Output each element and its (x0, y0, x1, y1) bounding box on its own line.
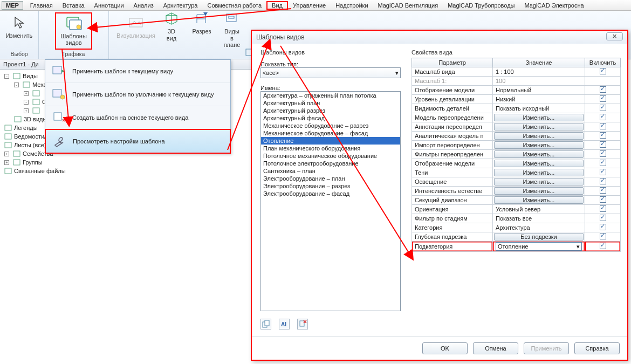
list-item[interactable]: План механического оборудования (261, 145, 400, 152)
menu-item[interactable]: Вид (266, 1, 288, 10)
value-cell[interactable]: Изменить... (493, 159, 585, 168)
list-item[interactable]: Архитектурный план (261, 99, 400, 107)
include-cell[interactable] (585, 86, 621, 95)
list-item[interactable]: Механическое оборудование – разрез (261, 122, 400, 129)
menu-item[interactable]: Надстройки (331, 1, 373, 10)
list-item[interactable]: Архитектура – отраженный план потолка (261, 92, 400, 99)
value-cell[interactable]: Изменить... (493, 196, 585, 205)
ok-button[interactable]: OK (422, 342, 468, 354)
menu-item[interactable]: Главная (25, 1, 58, 10)
list-item[interactable]: Сантехника – план (261, 167, 400, 175)
help-button[interactable]: Справка (574, 342, 620, 354)
include-cell[interactable] (585, 205, 621, 214)
value-cell[interactable]: Показать все (493, 214, 585, 223)
menu-item[interactable]: Вставка (58, 1, 90, 10)
value-cell[interactable]: 100 (493, 77, 585, 86)
list-item[interactable]: Архитектурный фасад (261, 114, 400, 122)
section-button[interactable]: Разрез (189, 9, 215, 36)
view-templates-button[interactable]: Шаблоны видов (55, 12, 92, 50)
menu-item[interactable]: MagiCAD Трубопроводы (443, 1, 519, 10)
param-cell: Масштаб вида (412, 67, 493, 77)
include-cell[interactable] (585, 132, 621, 141)
value-cell[interactable]: Отопление▾ (493, 242, 585, 252)
duplicate-button[interactable] (260, 319, 271, 329)
create-template-item[interactable]: Создать шаблон на основе текущего вида (45, 106, 230, 129)
list-item[interactable]: Потолочное электрооборудование (261, 160, 400, 167)
list-item[interactable]: Электрооборудование – фасад (261, 190, 400, 197)
cancel-button[interactable]: Отмена (473, 342, 518, 354)
svg-point-2 (77, 25, 81, 29)
dialog-titlebar[interactable]: Шаблоны видов ✕ (252, 31, 627, 44)
include-cell[interactable] (585, 141, 621, 150)
value-cell[interactable]: Показать исходный (493, 104, 585, 113)
value-cell[interactable]: Нормальный (493, 86, 585, 95)
menu-bar[interactable]: MEP ГлавнаяВставкаАннотацииАнализАрхитек… (0, 0, 631, 11)
value-cell[interactable]: Архитектура (493, 223, 585, 232)
value-cell[interactable]: Изменить... (493, 141, 585, 150)
apply-template-item[interactable]: Применить шаблон к текущему виду (45, 60, 230, 83)
include-cell[interactable] (585, 150, 621, 159)
list-item[interactable]: Механическое оборудование – фасад (261, 129, 400, 137)
value-cell[interactable]: Изменить... (493, 187, 585, 196)
include-cell[interactable] (585, 196, 621, 205)
tree-node-icon (4, 167, 12, 175)
3d-view-button[interactable]: 3D вид (159, 9, 184, 43)
include-cell[interactable] (585, 77, 621, 86)
include-cell[interactable] (585, 232, 621, 242)
list-item[interactable]: Архитектурный разрез (261, 107, 400, 114)
right-group-label: Свойства вида (411, 49, 621, 56)
rename-button[interactable]: AI (279, 319, 290, 329)
include-cell[interactable] (585, 223, 621, 232)
apply-default-template-item[interactable]: Применить шаблон по умолчанию к текущему… (45, 83, 230, 106)
view-template-settings-item[interactable]: Просмотреть настройки шаблона (45, 129, 231, 154)
menu-item[interactable]: MagiCAD Электросна (520, 1, 589, 10)
include-cell[interactable] (585, 113, 621, 122)
menu-item[interactable]: Управление (288, 1, 331, 10)
include-cell[interactable] (585, 168, 621, 177)
close-button[interactable]: ✕ (606, 32, 623, 40)
plan-label: Виды в плане (222, 28, 242, 49)
param-cell: Интенсивность естестве (412, 187, 493, 196)
menu-item[interactable]: Аннотации (90, 1, 129, 10)
show-type-combo[interactable]: <все> ▾ (260, 67, 401, 78)
view-templates-dropdown[interactable]: Применить шаблон к текущему виду Примени… (45, 59, 231, 154)
include-cell[interactable] (585, 122, 621, 132)
list-item[interactable]: Потолочное механическое оборудование (261, 152, 400, 160)
value-cell[interactable]: Низкий (493, 95, 585, 104)
param-cell: Уровень детализации (412, 95, 493, 104)
menu-mep[interactable]: MEP (2, 1, 23, 10)
param-cell: Освещение (412, 177, 493, 187)
value-cell[interactable]: Условный север (493, 205, 585, 214)
include-cell[interactable] (585, 104, 621, 113)
value-cell[interactable]: Изменить... (493, 177, 585, 187)
tree-item[interactable]: +Группы (2, 158, 251, 167)
tree-node-icon (23, 81, 30, 88)
menu-item[interactable]: Анализ (129, 1, 159, 10)
tree-item[interactable]: Связанные файлы (2, 167, 251, 175)
list-item[interactable]: Электрооборудование – план (261, 175, 400, 182)
modify-button[interactable]: Изменить (3, 13, 36, 40)
include-cell[interactable] (585, 67, 621, 77)
names-listbox[interactable]: Архитектура – отраженный план потолкаАрх… (260, 91, 401, 311)
param-cell: Отображение модели (412, 86, 493, 95)
list-item[interactable]: Отопление (261, 137, 400, 145)
include-cell[interactable] (585, 159, 621, 168)
include-cell[interactable] (585, 214, 621, 223)
include-cell[interactable] (585, 95, 621, 104)
wrench-icon (51, 134, 67, 148)
include-cell[interactable] (585, 242, 621, 252)
value-cell[interactable]: Изменить... (493, 132, 585, 141)
value-cell[interactable]: Изменить... (493, 150, 585, 159)
value-cell[interactable]: Без подрезки (493, 232, 585, 242)
value-cell[interactable]: Изменить... (493, 113, 585, 122)
value-cell[interactable]: 1 : 100 (493, 67, 585, 77)
list-item[interactable]: Электрооборудование – разрез (261, 182, 400, 190)
include-cell[interactable] (585, 177, 621, 187)
properties-grid[interactable]: Параметр Значение Включить Масштаб вида1… (411, 58, 621, 252)
menu-item[interactable]: MagiCAD Вентиляция (373, 1, 443, 10)
delete-button[interactable] (297, 319, 308, 329)
value-cell[interactable]: Изменить... (493, 122, 585, 132)
value-cell[interactable]: Изменить... (493, 168, 585, 177)
dropdown-label-4: Просмотреть настройки шаблона (73, 138, 165, 145)
include-cell[interactable] (585, 187, 621, 196)
